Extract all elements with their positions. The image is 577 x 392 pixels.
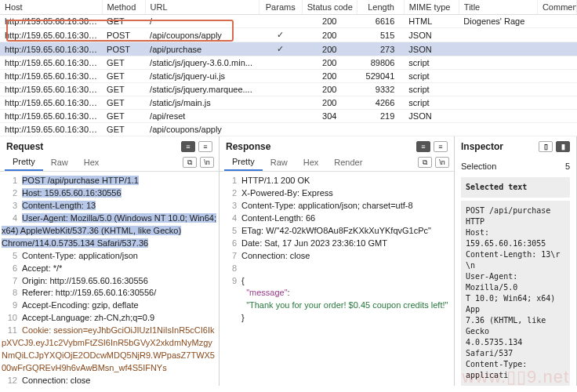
col-host[interactable]: Host [0,0,102,15]
table-row[interactable]: http://159.65.60.16:30556POST/api/coupon… [0,28,577,42]
col-method[interactable]: Method [102,0,145,15]
selection-label: Selection [461,162,496,171]
col-length[interactable]: Length [357,0,404,15]
newline-icon[interactable]: \n [200,157,214,168]
inspector-pane: Inspector ▯▮ Selection5 Selected text PO… [455,136,577,386]
col-comment[interactable]: Comment [537,0,576,15]
table-row[interactable]: http://159.65.60.16:30556POST/api/purcha… [0,42,577,56]
col-params[interactable]: Params [259,0,302,15]
view-icon[interactable]: ≡ [198,141,212,152]
tab-hex[interactable]: Hex [296,154,327,170]
tab-pretty[interactable]: Pretty [5,154,43,171]
request-body[interactable]: 1POST /api/purchase HTTP/1.12Host: 159.6… [0,172,219,386]
col-url[interactable]: URL [145,0,259,15]
tab-hex[interactable]: Hex [76,154,107,170]
table-row[interactable]: http://159.65.60.16:30556GET/static/js/m… [0,96,577,110]
table-row[interactable]: http://159.65.60.16:30556GET/api/reset30… [0,110,577,123]
col-title[interactable]: Title [459,0,537,15]
tab-raw[interactable]: Raw [263,154,296,170]
selected-text-content: POST /api/purchase HTTP Host: 159.65.60.… [461,201,570,386]
newline-icon[interactable]: \n [435,157,449,168]
inspector-title: Inspector [461,141,503,152]
view-icon[interactable]: ≡ [416,141,430,152]
table-row[interactable]: http://159.65.60.16:30556GET/static/js/j… [0,70,577,83]
see-more-link[interactable]: See more ⌄ [461,389,570,392]
actions-icon[interactable]: ⧉ [183,157,197,168]
table-row[interactable]: http://159.65.60.16:30556GET/api/coupons… [0,123,577,136]
view-icon[interactable]: ▯ [539,141,553,152]
selected-text-label: Selected text [461,177,570,198]
selection-value: 5 [565,162,570,171]
request-title: Request [6,141,43,152]
http-history-table: Host Method URL Params Status code Lengt… [0,0,577,136]
table-row[interactable]: http://159.65.60.16:30556GET/static/js/j… [0,56,577,70]
response-pane: Response ≡≡ Pretty Raw Hex Render ⧉\n 1H… [220,136,455,386]
col-mime[interactable]: MIME type [404,0,459,15]
view-icon[interactable]: ≡ [434,141,448,152]
view-icon[interactable]: ▮ [556,141,570,152]
request-pane: Request ≡≡ Pretty Raw Hex ⧉\n 1POST /api… [0,136,220,386]
tab-render[interactable]: Render [326,154,370,170]
col-status[interactable]: Status code [302,0,357,15]
actions-icon[interactable]: ⧉ [418,157,432,168]
response-body[interactable]: 1HTTP/1.1 200 OK2X-Powered-By: Express3C… [220,172,454,386]
table-row[interactable]: http://159.65.60.16:30556GET/static/js/j… [0,83,577,96]
tab-pretty[interactable]: Pretty [224,154,263,171]
table-row[interactable]: http://159.65.60.16:30556GET/2006616HTML… [0,15,577,28]
response-title: Response [226,141,270,152]
view-icon[interactable]: ≡ [181,141,195,152]
tab-raw[interactable]: Raw [43,154,76,170]
